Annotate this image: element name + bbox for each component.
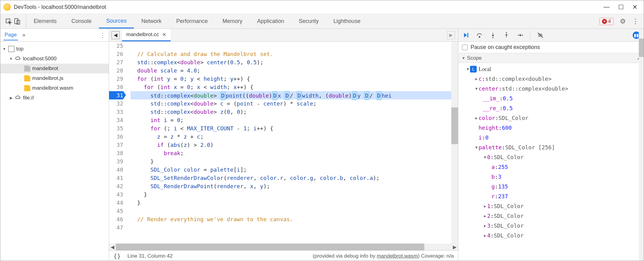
tree-label: mandelbrot.wasm (32, 85, 73, 91)
scope-local[interactable]: ▼LLocal (460, 64, 644, 74)
file-tab[interactable]: mandelbrot.cc✕ (122, 29, 171, 41)
svg-point-7 (522, 35, 523, 36)
tab-lighthouse[interactable]: Lighthouse (326, 14, 368, 28)
editor-pane: ◀ mandelbrot.cc✕ ▶ 252627282930313233343… (109, 29, 458, 261)
var-row[interactable]: ▶1: SDL_Color (460, 201, 644, 211)
devtools-tabs: Elements Console Sources Network Perform… (0, 14, 644, 29)
tree-host[interactable]: ▼localhost:5000 (0, 54, 109, 64)
var-row[interactable]: ▶2: SDL_Color (460, 211, 644, 221)
kebab-icon[interactable]: ⋮ (632, 17, 639, 25)
minimize-icon[interactable]: — (604, 3, 610, 11)
svg-point-4 (479, 36, 480, 37)
var-row[interactable]: ▶c: std::complex<double> (460, 74, 644, 84)
step-into-icon[interactable] (490, 32, 496, 39)
var-row: __im_: 0.5 (460, 94, 644, 103)
nav-back-icon[interactable]: ◀ (112, 31, 119, 39)
tree-label: file:// (23, 95, 34, 101)
code-editor[interactable]: 2526272829303132333435363738394041424344… (109, 42, 458, 244)
gutter[interactable]: 2526272829303132333435363738394041424344… (109, 42, 126, 244)
status-bar: {} Line 31, Column 42 (provided via debu… (109, 250, 458, 261)
vertical-scrollbar[interactable] (639, 29, 644, 261)
scope-header[interactable]: ▼Scope⤢ (458, 53, 644, 63)
inspect-icon[interactable] (5, 18, 12, 25)
debug-toolbar: ▮▮ (458, 29, 644, 42)
pause-caught-row[interactable]: Pause on caught exceptions (458, 42, 644, 53)
cloud-icon (15, 95, 21, 101)
wasm-file-icon (24, 85, 30, 91)
tree-file-js[interactable]: mandelbrot.js (0, 73, 109, 83)
var-row[interactable]: ▶color: SDL_Color (460, 113, 644, 123)
titlebar: DevTools - localhost:5000/mandelbrot — ☐… (0, 0, 644, 14)
tab-elements[interactable]: Elements (26, 14, 64, 28)
navigator-pane: Page » ⋮ ▼top ▼localhost:5000 mandelbrot… (0, 29, 109, 261)
var-row[interactable]: ▶3: SDL_Color (460, 221, 644, 231)
close-tab-icon[interactable]: ✕ (162, 32, 166, 38)
tab-sources[interactable]: Sources (99, 14, 134, 28)
var-row[interactable]: ▼0: SDL_Color (460, 152, 644, 162)
svg-rect-3 (468, 33, 468, 37)
scrollbar-thumb[interactable] (639, 39, 644, 57)
tree-label: localhost:5000 (23, 56, 57, 62)
file-tree: ▼top ▼localhost:5000 mandelbrot mandelbr… (0, 42, 109, 105)
var-row: i: 0 (460, 133, 644, 143)
debugger-pane: ▮▮ Pause on caught exceptions ▼Scope⤢ ▼L… (458, 29, 644, 261)
scrollbar-thumb[interactable] (451, 107, 458, 144)
pretty-print-icon[interactable]: {} (113, 252, 121, 260)
horizontal-scrollbar[interactable]: ◀ ▶ (109, 244, 458, 250)
pause-caught-label: Pause on caught exceptions (471, 44, 540, 50)
step-icon[interactable] (517, 32, 523, 39)
scope-tree: ▼LLocal ▶c: std::complex<double> ▼center… (458, 63, 644, 261)
var-row: a: 255 (460, 162, 644, 172)
svg-point-6 (506, 32, 507, 33)
resume-icon[interactable] (463, 32, 469, 39)
scrollbar-thumb[interactable] (116, 244, 424, 250)
deactivate-breakpoints-icon[interactable] (537, 32, 544, 39)
file-tab-name: mandelbrot.cc (126, 32, 159, 38)
wasm-link[interactable]: mandelbrot.wasm (377, 253, 418, 259)
local-label: Local (479, 64, 491, 74)
close-icon[interactable]: ✕ (632, 3, 638, 11)
maximize-icon[interactable]: ☐ (618, 3, 624, 11)
settings-icon[interactable]: ⚙ (620, 17, 626, 25)
scroll-right-icon[interactable]: ▶ (451, 244, 458, 250)
nav-fwd-icon[interactable]: ▶ (447, 31, 455, 39)
step-over-icon[interactable] (476, 32, 483, 39)
code-area[interactable]: // Calculate and draw the Mandelbrot set… (126, 42, 458, 244)
var-row: b: 3 (460, 172, 644, 182)
devtools-icon (3, 3, 11, 11)
tab-console[interactable]: Console (64, 14, 99, 28)
file-icon (24, 65, 30, 72)
var-row[interactable]: ▼center: std::complex<double> (460, 84, 644, 94)
tab-performance[interactable]: Performance (169, 14, 215, 28)
js-file-icon (24, 75, 30, 81)
step-out-icon[interactable] (503, 32, 510, 39)
tab-application[interactable]: Application (250, 14, 291, 28)
cloud-icon (15, 56, 21, 62)
var-row: height: 600 (460, 123, 644, 133)
tab-memory[interactable]: Memory (215, 14, 250, 28)
var-row[interactable]: ▶4: SDL_Color (460, 231, 644, 240)
checkbox[interactable] (462, 45, 468, 50)
var-row: __re_: 0.5 (460, 103, 644, 113)
tree-top[interactable]: ▼top (0, 44, 109, 54)
tree-label: mandelbrot.js (32, 75, 63, 81)
scroll-left-icon[interactable]: ◀ (109, 244, 116, 250)
var-row[interactable]: ▼palette: SDL_Color [256] (460, 143, 644, 152)
tree-file-scheme[interactable]: ▶file:// (0, 93, 109, 103)
svg-rect-1 (15, 18, 18, 24)
page-tab[interactable]: Page (3, 30, 18, 40)
window-icon (8, 46, 14, 52)
inspect-tools (3, 14, 26, 28)
window-title: DevTools - localhost:5000/mandelbrot (14, 4, 106, 10)
more-tabs-icon[interactable]: » (22, 32, 25, 38)
navigator-menu-icon[interactable]: ⋮ (100, 32, 106, 39)
error-badge[interactable]: ✕4 (599, 18, 614, 25)
tree-file-wasm[interactable]: mandelbrot.wasm (0, 83, 109, 93)
device-icon[interactable] (14, 18, 21, 25)
tree-file-mandelbrot[interactable]: mandelbrot (0, 64, 109, 73)
vertical-scrollbar[interactable] (451, 42, 458, 244)
tab-network[interactable]: Network (134, 14, 169, 28)
tab-security[interactable]: Security (291, 14, 326, 28)
tree-label: top (16, 46, 24, 52)
debug-info-source: (provided via debug info by mandelbrot.w… (313, 253, 454, 259)
